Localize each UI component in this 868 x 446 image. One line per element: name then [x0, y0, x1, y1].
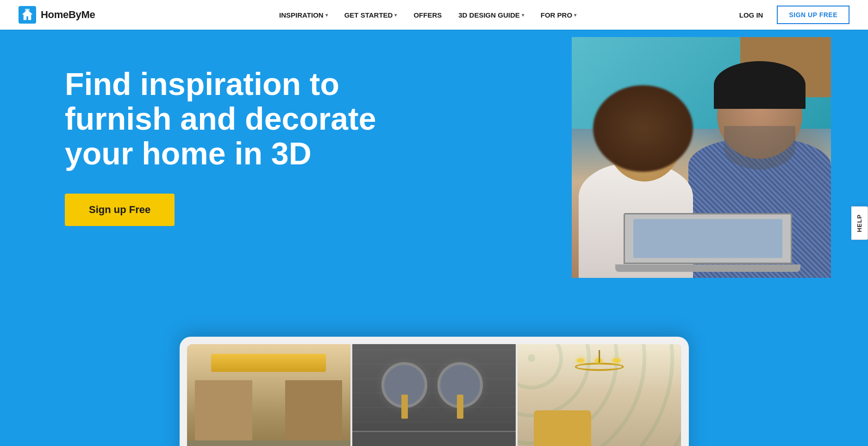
- room-preview-kitchen: [187, 344, 350, 446]
- chevron-down-icon: ▾: [394, 13, 397, 18]
- hero-image: [572, 37, 831, 278]
- navbar: HomeByMe INSPIRATION ▾ GET STARTED ▾ OFF…: [0, 0, 868, 30]
- help-tab-container: HELP: [851, 206, 868, 240]
- hero-cta-button[interactable]: Sign up Free: [65, 194, 175, 226]
- logo-link[interactable]: HomeByMe: [19, 6, 95, 24]
- hero-section: Find inspiration to furnish and decorate…: [0, 0, 868, 446]
- chevron-down-icon: ▾: [574, 13, 576, 18]
- main-nav: INSPIRATION ▾ GET STARTED ▾ OFFERS 3D DE…: [123, 7, 732, 23]
- nav-item-for-pro[interactable]: FOR PRO ▾: [534, 7, 583, 23]
- logo-text: HomeByMe: [41, 9, 95, 21]
- nav-item-offers[interactable]: OFFERS: [407, 7, 448, 23]
- signup-button-nav[interactable]: SIGN UP FREE: [777, 6, 849, 24]
- nav-item-inspiration[interactable]: INSPIRATION ▾: [273, 7, 334, 23]
- room-preview-bathroom: [352, 344, 516, 446]
- chevron-down-icon: ▾: [325, 13, 328, 18]
- svg-rect-1: [25, 9, 30, 11]
- laptop-frame: [180, 337, 689, 446]
- navbar-actions: LOG IN SIGN UP FREE: [733, 6, 849, 24]
- chevron-down-icon: ▾: [522, 13, 524, 18]
- logo-icon: [19, 6, 36, 24]
- help-tab[interactable]: HELP: [851, 206, 868, 240]
- couple-photo: [572, 37, 831, 278]
- nav-item-get-started[interactable]: GET STARTED ▾: [338, 7, 404, 23]
- laptop-screen: [187, 344, 681, 446]
- nav-item-3d-design-guide[interactable]: 3D DESIGN GUIDE ▾: [452, 7, 531, 23]
- hero-heading: Find inspiration to furnish and decorate…: [65, 67, 380, 170]
- hero-content: Find inspiration to furnish and decorate…: [0, 30, 380, 226]
- room-preview-section: [180, 337, 689, 446]
- room-preview-living: [518, 344, 681, 446]
- login-button[interactable]: LOG IN: [733, 7, 770, 23]
